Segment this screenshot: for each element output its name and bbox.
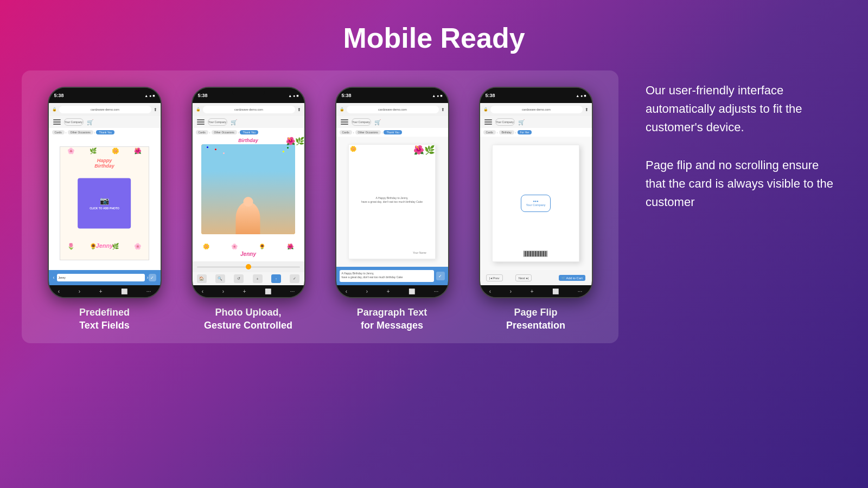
phone2-hamburger-icon — [197, 119, 205, 125]
phone4-url: cardzware-demo.com — [490, 106, 583, 113]
phone4-notch — [520, 88, 552, 97]
phone1-more-icon: ··· — [146, 288, 151, 294]
phone4-add-icon: + — [531, 288, 534, 294]
phone3-flowers: 🌺🌿 — [413, 145, 435, 155]
phone1-home-bar: ‹ › + ⬜ ··· — [49, 285, 161, 297]
phone4-share-icon: ⬆ — [585, 107, 589, 112]
phone4-arrow2: › — [515, 131, 516, 134]
phone3-back-icon: ‹ — [346, 288, 347, 294]
phone1-card-inner: 🌸🌿🌼🌺 HappyBirthday 📷 CLICK TO ADD PHOTO … — [60, 146, 149, 260]
phone2-tool-home[interactable]: 🏠 — [197, 274, 207, 283]
phone2-logo: Your Company — [208, 118, 227, 126]
phone4-logo: Your Company — [495, 118, 515, 126]
phone3-page-icon: ⬜ — [409, 288, 415, 294]
phone2-slider-thumb[interactable] — [246, 264, 251, 269]
phone1-page-icon: ⬜ — [121, 288, 127, 294]
phone4-barcode — [524, 251, 548, 257]
phone3-birthday-card: 🌺🌿 🌼 A Happy Birthday to Jenny,have a gr… — [336, 137, 448, 267]
phone2-tool-upload[interactable]: ↑ — [271, 274, 281, 283]
phone-item-1: 5:38 ▲ ● ■ 🔒 cardzware-demo.com ⬆ — [38, 87, 171, 332]
phone2-tool-zoom[interactable]: 🔍 — [215, 274, 225, 283]
phone1-bc2: Other Occasions — [68, 130, 93, 134]
phones-panel: 5:38 ▲ ● ■ 🔒 cardzware-demo.com ⬆ — [22, 70, 618, 343]
phone2-forward-icon: › — [222, 288, 224, 294]
phone4-arrow1: › — [497, 131, 498, 134]
phone2-url: cardzware-demo.com — [203, 106, 295, 113]
phone3-home-bar: ‹ › + ⬜ ··· — [336, 285, 448, 297]
phone3-arrow1: › — [353, 131, 354, 134]
phone1-birthday-card: 🌸🌿🌼🌺 HappyBirthday 📷 CLICK TO ADD PHOTO … — [49, 137, 161, 270]
phone4-time: 5:38 — [486, 93, 495, 98]
phone3-breadcrumb: Cards › Other Occasions › Thank You — [336, 128, 448, 137]
phone2-home-bar: ‹ › + ⬜ ··· — [193, 285, 304, 297]
phone1-hamburger-icon — [53, 119, 61, 125]
phone2-orange-card — [201, 144, 295, 234]
phone1-logo: Your Company — [64, 118, 84, 126]
phone1-camera-icon: 📷 — [100, 196, 109, 205]
phone4-hamburger-icon — [484, 119, 492, 125]
phone2-bc3: Thank You — [240, 130, 258, 134]
phone2-person — [236, 202, 260, 234]
main-container: 5:38 ▲ ● ■ 🔒 cardzware-demo.com ⬆ — [0, 70, 868, 343]
phone4-label: Page FlipPresentation — [506, 306, 565, 332]
phone2-label: Photo Upload,Gesture Controlled — [204, 306, 292, 332]
phone4-card-content: ●●●Your Company — [480, 137, 592, 270]
phone3-text-area[interactable]: A Happy Birthday to Jenny,have a great d… — [340, 270, 434, 282]
phone3-bc2: Other Occasions — [355, 130, 381, 134]
phone4-breadcrumb: Cards › Birthday › For Her — [480, 128, 592, 137]
phone4-icons: ▲ ● ■ — [576, 94, 586, 98]
phone3-flowers-left: 🌼 — [350, 146, 356, 152]
phone3-url: cardzware-demo.com — [347, 106, 439, 113]
phone4-add-to-cart-btn[interactable]: 🛒 Add to Cart — [559, 275, 585, 281]
phone3-bc3: Thank You — [384, 130, 402, 134]
phone-item-3: 5:38 ▲ ● ■ 🔒 cardzware-demo.com ⬆ Your C… — [326, 87, 458, 332]
phone2-birthday-card: 🌺🌿 Birthday — [193, 137, 304, 261]
phone3-check[interactable]: ✓ — [436, 272, 445, 280]
phone4-next-btn[interactable]: Next ▸| — [515, 274, 532, 281]
phone4-status-bar: 5:38 ▲ ● ■ — [480, 88, 592, 103]
phone1-browser-bar: 🔒 cardzware-demo.com ⬆ — [49, 103, 161, 116]
phone-mockup-2: 5:38 ▲ ● ■ 🔒 cardzware-demo.com ⬆ Your C… — [192, 87, 305, 298]
phone4-more-icon: ··· — [578, 288, 582, 294]
phone3-time: 5:38 — [342, 93, 352, 98]
phone1-check-btn[interactable]: ✓ — [149, 274, 156, 281]
phone4-page-icon: ⬜ — [552, 288, 559, 294]
phone3-forward-icon: › — [366, 288, 368, 294]
phone2-jenny: Jenny — [240, 251, 256, 257]
phone1-url: cardzware-demo.com — [59, 106, 151, 113]
phone-item-2: 5:38 ▲ ● ■ 🔒 cardzware-demo.com ⬆ Your C… — [182, 87, 315, 332]
phone4-browser-bar: 🔒 cardzware-demo.com ⬆ — [480, 103, 592, 116]
phone3-signature: Your Name — [413, 251, 426, 254]
phone4-bc2: Birthday — [499, 130, 514, 134]
phone4-back-icon: ‹ — [489, 288, 491, 294]
description-para2: Page flip and no scrolling ensure that t… — [646, 156, 841, 211]
phone4-bc3: For Her — [518, 130, 532, 134]
phone-mockup-3: 5:38 ▲ ● ■ 🔒 cardzware-demo.com ⬆ Your C… — [335, 87, 449, 298]
phone2-more-icon: ··· — [290, 288, 295, 294]
phone1-text-input[interactable]: Jenny — [57, 274, 145, 281]
phone2-tool-check[interactable]: ✓ — [290, 274, 299, 283]
phone4-nav-bar: Your Company 🛒 — [480, 116, 592, 128]
phone2-notch — [232, 88, 265, 97]
phone3-label: Paragraph Textfor Messages — [357, 306, 427, 332]
phone2-tool-add[interactable]: + — [253, 274, 263, 283]
phone-mockup-4: 5:38 ▲ ● ■ 🔒 cardzware-demo.com ⬆ Your C… — [479, 87, 593, 298]
phone1-bc3: Thank You — [96, 130, 114, 134]
phone2-slider[interactable] — [193, 261, 304, 272]
phone1-time: 5:38 — [54, 93, 64, 98]
phone3-status-bar: 5:38 ▲ ● ■ — [336, 88, 448, 103]
phone4-prev-btn[interactable]: |◂ Prev — [486, 274, 503, 281]
phone2-add-icon: + — [243, 288, 246, 294]
phone2-card-content: 🌺🌿 Birthday — [193, 137, 304, 261]
phone1-photo-placeholder: 📷 CLICK TO ADD PHOTO — [78, 178, 131, 228]
phone2-tool-rotate[interactable]: ↺ — [234, 274, 244, 283]
phone-mockup-1: 5:38 ▲ ● ■ 🔒 cardzware-demo.com ⬆ — [48, 87, 162, 298]
phone4-bc1: Cards — [483, 130, 496, 134]
phone1-jenny-name: Jenny — [96, 242, 113, 249]
phone2-icons: ▲ ● ■ — [288, 94, 298, 98]
phone3-add-icon: + — [387, 288, 390, 294]
phone1-bottom-bar: ‹ Jenny › ✓ — [49, 270, 161, 285]
phone3-nav-bar: Your Company 🛒 — [336, 116, 448, 128]
phone1-status-bar: 5:38 ▲ ● ■ — [49, 88, 161, 103]
phone4-company-logo: ●●●Your Company — [521, 195, 551, 212]
